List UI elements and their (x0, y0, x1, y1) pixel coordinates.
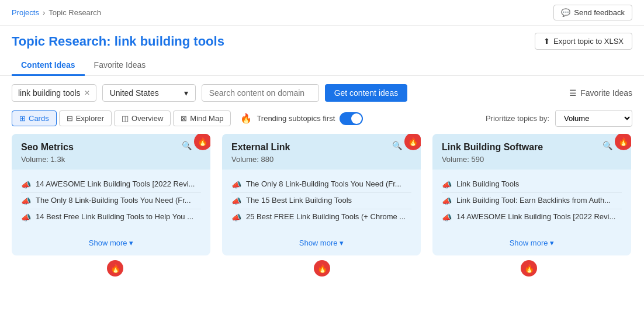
card-header-link-building-software: Link Building Software Volume: 590 🔍 ⋯ 🔥 (432, 134, 631, 170)
card-search-button[interactable]: 🔍 (182, 141, 192, 150)
overview-icon: ◫ (122, 114, 129, 123)
card-header-external-link: External Link Volume: 880 🔍 ⋯ 🔥 (222, 134, 421, 170)
card-trending-badge: 🔥 (194, 134, 210, 150)
card-title: Link Building Software (442, 142, 622, 153)
card-title: Seo Metrics (21, 142, 201, 153)
view-buttons: ⊞ Cards ⊟ Explorer ◫ Overview ⊠ Mind Map (12, 110, 231, 126)
megaphone-icon: 📣 (21, 196, 31, 206)
card-search-button[interactable]: 🔍 (603, 141, 612, 150)
explorer-label: Explorer (76, 114, 104, 123)
cards-container: Seo Metrics Volume: 1.3k 🔍 ⋯ 🔥 📣 14 AWES… (0, 134, 644, 255)
bottom-dot-1: 🔥 (107, 260, 123, 277)
mindmap-label: Mind Map (190, 114, 223, 123)
tab-content-ideas[interactable]: Content Ideas (12, 56, 85, 76)
breadcrumb-current: Topic Research (49, 8, 101, 17)
send-feedback-button[interactable]: 💬 Send feedback (553, 5, 632, 20)
page-title-dynamic: link building tools (115, 34, 224, 49)
list-item: 📣 The Only 8 Link-Building Tools You Nee… (21, 193, 201, 209)
card-item-text: 14 Best Free Link Building Tools to Help… (36, 212, 193, 221)
card-body-link-building-software: 📣 Link Building Tools 📣 Link Building To… (432, 170, 631, 232)
trending-toggle-group: 🔥 Trending subtopics first (240, 112, 363, 125)
card-item-text: Link Building Tool: Earn Backlinks from … (456, 196, 611, 205)
card-trending-badge: 🔥 (404, 134, 421, 150)
view-btn-explorer[interactable]: ⊟ Explorer (59, 110, 112, 126)
card-search-button[interactable]: 🔍 (392, 141, 402, 150)
megaphone-icon: 📣 (231, 213, 241, 222)
card-item-text: The 15 Best Link Building Tools (246, 196, 352, 205)
view-btn-cards[interactable]: ⊞ Cards (12, 110, 57, 126)
show-more-button[interactable]: Show more ▾ (510, 239, 554, 247)
card-item-text: 14 AWESOME Link Building Tools [2022 Rev… (456, 212, 615, 221)
card-item-text: Link Building Tools (456, 179, 519, 188)
feedback-icon: 💬 (561, 8, 570, 17)
tab-favorite-ideas[interactable]: Favorite Ideas (85, 56, 155, 76)
breadcrumb-separator: › (43, 8, 45, 17)
list-item: 📣 Link Building Tool: Earn Backlinks fro… (442, 193, 622, 209)
megaphone-icon: 📣 (442, 213, 452, 222)
controls-row: link building tools ✕ United States ▾ Ge… (0, 76, 644, 110)
list-item: 📣 14 Best Free Link Building Tools to He… (21, 209, 201, 225)
card-item-text: 25 Best FREE Link Building Tools (+ Chro… (246, 212, 406, 221)
card-footer-link-building-software: Show more ▾ (432, 232, 631, 255)
view-controls: ⊞ Cards ⊟ Explorer ◫ Overview ⊠ Mind Map… (0, 110, 644, 134)
show-more-button[interactable]: Show more ▾ (89, 239, 133, 247)
chevron-down-icon: ▾ (184, 88, 188, 98)
trending-toggle[interactable] (340, 112, 363, 125)
country-dropdown[interactable]: United States ▾ (102, 84, 196, 102)
breadcrumb-projects[interactable]: Projects (12, 8, 39, 17)
bottom-dot-2: 🔥 (314, 260, 330, 277)
list-item: 📣 Link Building Tools (442, 177, 622, 193)
domain-search-input[interactable] (202, 84, 319, 102)
card-seo-metrics: Seo Metrics Volume: 1.3k 🔍 ⋯ 🔥 📣 14 AWES… (12, 134, 210, 255)
search-tag: link building tools ✕ (12, 84, 96, 102)
bottom-indicators: 🔥 🔥 🔥 (0, 255, 644, 277)
export-icon: ⬆ (543, 37, 550, 46)
page-header: Topic Research: link building tools ⬆ Ex… (0, 26, 644, 50)
favorite-ideas-button[interactable]: ☰ Favorite Ideas (569, 88, 632, 98)
send-feedback-label: Send feedback (574, 8, 625, 17)
mindmap-icon: ⊠ (181, 114, 187, 123)
list-icon: ☰ (569, 88, 577, 98)
view-btn-mindmap[interactable]: ⊠ Mind Map (173, 110, 231, 126)
megaphone-icon: 📣 (231, 180, 241, 189)
megaphone-icon: 📣 (231, 196, 241, 206)
breadcrumb: Projects › Topic Research (12, 8, 101, 17)
list-item: 📣 14 AWESOME Link Building Tools [2022 R… (21, 177, 201, 193)
table-icon: ⊟ (67, 114, 73, 123)
list-item: 📣 14 AWESOME Link Building Tools [2022 R… (442, 209, 622, 225)
megaphone-icon: 📣 (442, 180, 452, 189)
page-title: Topic Research: link building tools (12, 34, 224, 49)
favorite-ideas-label: Favorite Ideas (580, 88, 632, 98)
card-trending-badge: 🔥 (615, 134, 631, 150)
card-item-text: 14 AWESOME Link Building Tools [2022 Rev… (36, 179, 195, 188)
megaphone-icon: 📣 (21, 180, 31, 189)
show-more-button[interactable]: Show more ▾ (299, 239, 344, 247)
priority-select[interactable]: Volume Topic Efficiency Freshness (555, 110, 632, 127)
cards-label: Cards (29, 114, 49, 123)
page-title-static: Topic Research: (12, 34, 111, 49)
card-body-external-link: 📣 The Only 8 Link-Building Tools You Nee… (222, 170, 421, 232)
export-button[interactable]: ⬆ Export topic to XLSX (535, 33, 632, 50)
export-label: Export topic to XLSX (553, 37, 624, 46)
search-tag-text: link building tools (18, 88, 81, 98)
list-item: 📣 25 Best FREE Link Building Tools (+ Ch… (231, 209, 411, 225)
card-item-text: The Only 8 Link-Building Tools You Need … (36, 196, 191, 205)
card-footer-external-link: Show more ▾ (222, 232, 421, 255)
trending-label: Trending subtopics first (257, 114, 335, 123)
card-volume: Volume: 590 (442, 155, 622, 164)
fire-icon: 🔥 (240, 113, 252, 124)
country-label: United States (110, 88, 159, 98)
get-content-ideas-button[interactable]: Get content ideas (325, 84, 408, 102)
list-item: 📣 The 15 Best Link Building Tools (231, 193, 411, 209)
right-controls: Prioritize topics by: Volume Topic Effic… (486, 110, 632, 127)
card-link-building-software: Link Building Software Volume: 590 🔍 ⋯ 🔥… (432, 134, 631, 255)
card-item-text: The Only 8 Link-Building Tools You Need … (246, 179, 401, 188)
card-header-seo-metrics: Seo Metrics Volume: 1.3k 🔍 ⋯ 🔥 (12, 134, 210, 170)
top-bar: Projects › Topic Research 💬 Send feedbac… (0, 0, 644, 26)
megaphone-icon: 📣 (21, 213, 31, 222)
card-title: External Link (231, 142, 411, 153)
prioritize-label: Prioritize topics by: (486, 114, 549, 123)
megaphone-icon: 📣 (442, 196, 452, 206)
search-tag-clear[interactable]: ✕ (84, 89, 90, 97)
view-btn-overview[interactable]: ◫ Overview (114, 110, 171, 126)
